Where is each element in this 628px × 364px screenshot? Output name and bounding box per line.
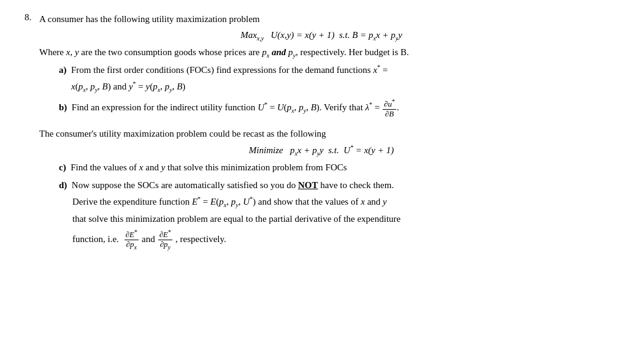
frac-e-px-den: ∂px	[125, 240, 138, 251]
minimize-formula: Minimize pxx + pyy s.t. U* = x(y + 1)	[39, 144, 603, 157]
where-paragraph: Where x, y are the two consumption goods…	[39, 45, 603, 60]
problem-content: A consumer has the following utility max…	[39, 12, 603, 254]
x-var: x	[66, 47, 71, 57]
py-sub2: y	[293, 52, 296, 59]
formula-x: x + p	[376, 30, 396, 40]
formula-gap	[285, 145, 288, 155]
intro-text: A consumer has the following utility max…	[39, 12, 603, 26]
utility-function: U(x,y) = x(y + 1) s.t. B = p	[270, 30, 373, 40]
part-d-text4: function, i.e. ∂E* ∂px and ∂E* ∂py , res…	[72, 229, 603, 250]
part-d-text2: Derive the expenditure function E* = E(p…	[72, 194, 603, 210]
part-b-label: b)	[59, 102, 72, 112]
part-a-text: a) From the first order conditions (FOCs…	[59, 63, 603, 77]
part-d: d) Now suppose the SOCs are automaticall…	[59, 178, 603, 250]
formula-y: y	[398, 30, 402, 40]
max-label: Max	[240, 30, 257, 40]
frac-e-px: ∂E* ∂px	[124, 229, 139, 250]
px-var: p	[262, 47, 267, 57]
py-var: p	[288, 47, 293, 57]
frac-e-py-den: ∂py	[159, 240, 172, 251]
recast-text: The consumer's utility maximization prob…	[39, 127, 603, 141]
part-d-text1: d) Now suppose the SOCs are automaticall…	[59, 178, 603, 192]
frac-du-num: ∂u*	[383, 98, 396, 110]
subscript-xy: x,y	[257, 30, 264, 40]
px-sub2: x	[267, 52, 269, 59]
part-d-text3: that solve this minimization problem are…	[72, 212, 603, 226]
part-a-formula: x(px, py, B) and y* = y(px, py, B)	[71, 79, 603, 94]
part-b: b) Find an expression for the indirect u…	[59, 98, 603, 118]
part-a-label: a)	[59, 65, 71, 75]
formula-space	[266, 30, 269, 40]
part-c-text: c) Find the values of x and y that solve…	[59, 161, 603, 175]
not-word: NOT	[298, 180, 318, 190]
function-ie-text: function, i.e.	[72, 232, 121, 246]
frac-du-den: ∂B	[384, 110, 395, 118]
main-formula: Maxx,y U(x,y) = x(y + 1) s.t. B = pxx + …	[39, 30, 603, 42]
problem-container: 8. A consumer has the following utility …	[25, 12, 603, 254]
part-d-label: d)	[59, 180, 72, 190]
problem-number: 8.	[25, 12, 36, 23]
frac-e-py: ∂E* ∂py	[158, 229, 172, 250]
minimize-label: Minimize	[249, 145, 283, 155]
y-var: y	[75, 47, 79, 57]
part-a: a) From the first order conditions (FOCs…	[59, 63, 603, 95]
part-c-label: c)	[59, 162, 71, 172]
part-c: c) Find the values of x and y that solve…	[59, 161, 603, 175]
and-word-where: and	[272, 47, 286, 57]
frac-e-py-num: ∂E*	[158, 229, 172, 240]
x-demand: x	[71, 82, 75, 91]
and-text: and	[142, 232, 155, 246]
part-b-text: b) Find an expression for the indirect u…	[59, 98, 603, 118]
frac-e-px-num: ∂E*	[124, 229, 139, 240]
respectively-text: , respectively.	[175, 232, 226, 246]
lambda-fraction: ∂u* ∂B	[383, 98, 396, 118]
